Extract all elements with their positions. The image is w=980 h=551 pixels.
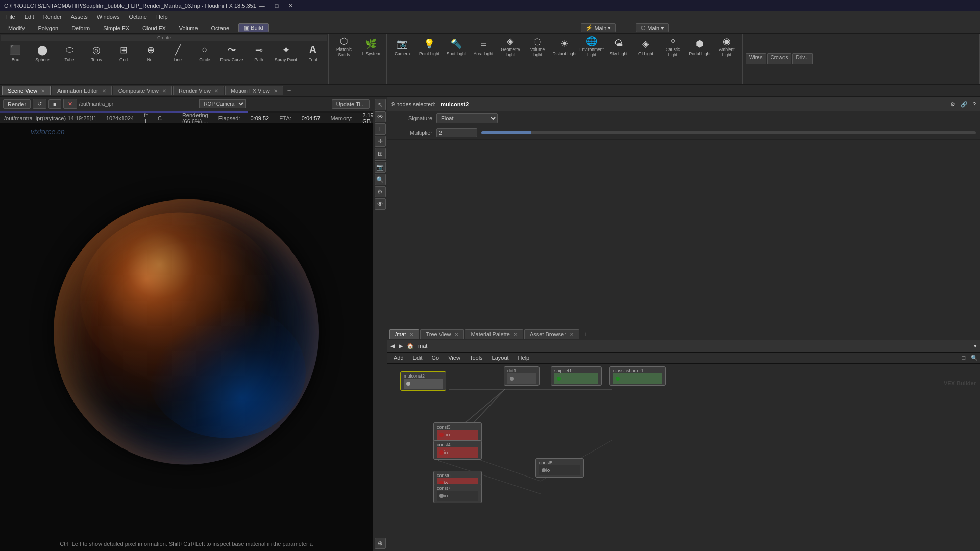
cloudfx-menu[interactable]: Cloud FX (138, 24, 170, 32)
menu-edit[interactable]: Edit (20, 13, 38, 21)
nav-dropdown[interactable]: ▾ (974, 343, 977, 349)
render-stop-button[interactable]: ■ (48, 99, 61, 109)
shelf-draw-curve[interactable]: 〜 Draw Curve (218, 42, 245, 63)
tab-mat-palette-close[interactable]: ✕ (513, 332, 518, 337)
tab-drive[interactable]: Driv... (792, 53, 812, 64)
shelf-ambient-light[interactable]: ◉ Ambient Light (714, 36, 740, 57)
deform-menu[interactable]: Deform (67, 24, 94, 32)
shelf-spray-paint[interactable]: ✦ Spray Paint (273, 42, 299, 63)
node-snippet1[interactable]: snippet1 (551, 366, 602, 386)
menu-help[interactable]: Help (152, 13, 172, 21)
zoom-graph[interactable]: 🔍 (971, 355, 978, 361)
shelf-grid[interactable]: ⊞ Grid (110, 42, 137, 63)
settings-icon[interactable]: ⚙ (950, 101, 955, 108)
shelf-font[interactable]: A Font (300, 42, 326, 63)
shelf-platonic-solids[interactable]: ⬡ Platonic Solids (331, 36, 357, 57)
shelf-circle[interactable]: ○ Circle (191, 42, 218, 63)
shelf-torus[interactable]: ◎ Torus (83, 42, 110, 63)
viewport-canvas[interactable]: vixforce.cn Ctrl+Left to show detailed p… (0, 123, 373, 551)
menu-assets[interactable]: Assets (67, 13, 92, 21)
menu-add[interactable]: Add (389, 354, 408, 362)
tool-render-settings[interactable]: ⚙ (375, 186, 386, 197)
tool-render-cam[interactable]: 📷 (375, 162, 386, 173)
volume-menu[interactable]: Volume (175, 24, 202, 32)
node-classicshader1[interactable]: classicshader1 (609, 366, 666, 386)
menu-file[interactable]: File (2, 13, 19, 21)
menu-windows[interactable]: Windows (93, 13, 124, 21)
node-layout-icons[interactable]: ≡ (967, 355, 970, 361)
tool-select[interactable]: ↖ (375, 99, 386, 110)
tab-scene-close[interactable]: ✕ (41, 88, 45, 94)
tab-material-palette[interactable]: Material Palette ✕ (465, 329, 523, 339)
render-button[interactable]: Render (3, 99, 31, 109)
node-mulconst2[interactable]: mulconst2 (400, 371, 446, 391)
tab-crowds[interactable]: Crowds (767, 53, 792, 64)
tool-view[interactable]: 👁 (375, 198, 386, 210)
shelf-env-light[interactable]: 🌐 Environment Light (578, 36, 605, 57)
shelf-sphere[interactable]: ⬤ Sphere (29, 42, 56, 63)
tab-anim-close[interactable]: ✕ (102, 88, 106, 94)
node-graph-canvas[interactable]: mulconst2 dot1 snippet1 (387, 364, 980, 552)
minimize-button[interactable]: — (256, 3, 268, 9)
tab-mat-close[interactable]: ✕ (409, 332, 413, 337)
shelf-area-light[interactable]: ▭ Area Light (470, 36, 497, 57)
shelf-point-light[interactable]: 💡 Point Light (416, 36, 443, 57)
tab-render-close[interactable]: ✕ (214, 88, 218, 94)
node-const5[interactable]: const5 io (535, 458, 584, 478)
shelf-null[interactable]: ⊕ Null (137, 42, 164, 63)
close-button[interactable]: ✕ (285, 3, 296, 9)
tool-zoom-in[interactable]: ⊕ (375, 538, 386, 549)
build-button[interactable]: ▣ Build (238, 23, 269, 32)
tab-motion-close[interactable]: ✕ (274, 88, 278, 94)
shelf-lsystem[interactable]: 🌿 L-System (358, 36, 384, 57)
node-const4[interactable]: const4 io (433, 440, 482, 460)
render-reset-button[interactable]: ↺ (33, 99, 46, 109)
shelf-box[interactable]: ⬛ Box (2, 42, 29, 63)
menu-octane[interactable]: Octane (125, 13, 151, 21)
signature-select[interactable]: Float (436, 113, 498, 123)
menu-help-graph[interactable]: Help (514, 354, 534, 362)
node-const3[interactable]: const3 io (433, 422, 482, 442)
menu-go[interactable]: Go (428, 354, 444, 362)
shelf-volume-light[interactable]: ◌ Volume Light (524, 36, 551, 57)
multiplier-slider[interactable] (481, 131, 976, 134)
main-dropdown[interactable]: ⚡ Main ▾ (581, 23, 616, 32)
shelf-distant-light[interactable]: ☀ Distant Light (551, 36, 578, 57)
shelf-line[interactable]: ╱ Line (164, 42, 191, 63)
update-button[interactable]: Update Ti... (332, 99, 370, 109)
tab-render-view[interactable]: Render View ✕ (173, 86, 224, 95)
maximize-button[interactable]: □ (272, 3, 282, 9)
tool-text[interactable]: T (375, 123, 386, 135)
nav-back[interactable]: ◀ (390, 343, 395, 349)
tab-scene-view[interactable]: Scene View ✕ (2, 86, 51, 95)
shelf-portal-light[interactable]: ⬢ Portal Light (687, 36, 713, 57)
modify-menu[interactable]: Modify (4, 24, 29, 32)
shelf-caustic-light[interactable]: ✧ Caustic Light (659, 36, 686, 57)
shelf-gi-light[interactable]: ◈ GI Light (632, 36, 659, 57)
node-const7[interactable]: const7 io (433, 484, 482, 503)
tab-mat[interactable]: /mat ✕ (389, 329, 419, 339)
tab-animation-editor[interactable]: Animation Editor ✕ (52, 86, 112, 95)
tab-motionfx-view[interactable]: Motion FX View ✕ (225, 86, 283, 95)
tool-zoom[interactable]: 🔍 (375, 174, 386, 185)
shelf-geometry-light[interactable]: ◈ Geometry Light (497, 36, 524, 57)
add-tab-button[interactable]: + (284, 85, 295, 96)
nav-forward[interactable]: ▶ (399, 343, 403, 349)
polygon-menu[interactable]: Polygon (34, 24, 62, 32)
main2-dropdown[interactable]: ⬡ Main ▾ (636, 23, 669, 32)
node-dot1[interactable]: dot1 (504, 366, 540, 386)
menu-view[interactable]: View (444, 354, 464, 362)
tab-tree-close[interactable]: ✕ (454, 332, 458, 337)
tab-tree-view[interactable]: Tree View ✕ (420, 329, 464, 339)
tool-grid[interactable]: ⊞ (375, 148, 386, 159)
tool-move[interactable]: ✛ (375, 136, 386, 147)
shelf-camera[interactable]: 📷 Camera (389, 36, 415, 57)
simplefx-menu[interactable]: Simple FX (99, 24, 133, 32)
menu-layout[interactable]: Layout (488, 354, 513, 362)
tool-camera[interactable]: 👁 (375, 111, 386, 122)
shelf-tube[interactable]: ⬭ Tube (56, 42, 83, 63)
multiplier-input[interactable] (436, 128, 477, 137)
shelf-path[interactable]: ⊸ Path (246, 42, 272, 63)
tab-wires[interactable]: Wires (746, 53, 766, 64)
tab-asset-close[interactable]: ✕ (570, 332, 574, 337)
